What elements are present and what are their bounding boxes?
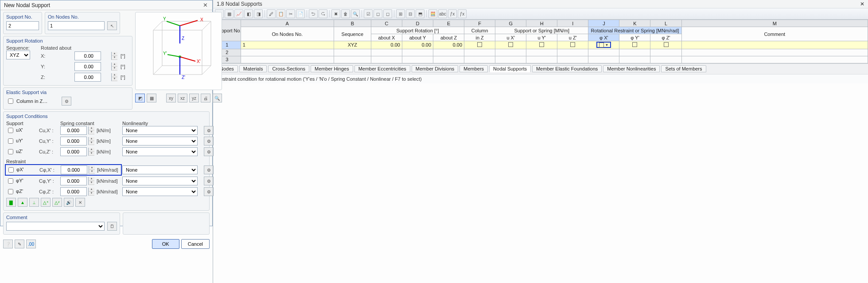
toolbar-button[interactable]: ⊞ [396,9,405,18]
nonlinearity-settings-button[interactable]: ⚙ [204,137,214,145]
preset-roller-y-button[interactable]: △ˣ [41,198,51,207]
preset-hinged-button[interactable]: ▇ [6,198,16,207]
comment-pick-button[interactable]: 🗒 [107,222,117,231]
toolbar-button[interactable]: ✂ [286,9,295,18]
column-letter[interactable]: M [681,20,868,27]
column-letter[interactable]: L [650,20,681,27]
phiX-cell-active[interactable]: ▼ [596,42,611,48]
view-xz-button[interactable]: xz [178,94,187,102]
toolbar-button[interactable]: ⊟ [406,9,415,18]
view-xy-button[interactable]: xy [166,94,176,102]
spring-input[interactable] [60,187,87,196]
comment-select[interactable] [6,222,105,231]
nonlinearity-select[interactable]: None [122,147,198,156]
cond-checkbox[interactable]: φX' [7,166,38,174]
sheet-table[interactable]: Support No.ABCDEFGHIJKLM On Nodes No. Se… [213,20,868,63]
spring-input[interactable] [60,137,87,145]
units-button[interactable]: .00 [26,240,36,248]
column-letter[interactable]: G [495,20,526,27]
close-icon[interactable]: ✕ [201,2,210,8]
preset-sound-button[interactable]: 🔊 [64,198,74,207]
column-letter[interactable]: I [557,20,588,27]
sheet-tab[interactable]: Member Eccentricities [354,65,410,72]
preset-roller-x-button[interactable]: ⟂ [29,198,39,207]
view-axo-button[interactable]: ◩ [135,94,145,102]
edit-button[interactable]: ✎ [15,240,24,248]
toolbar-button[interactable]: ✖ [331,9,340,18]
elastic-settings-button[interactable]: ⚙ [62,97,71,106]
cond-checkbox[interactable]: uX' [6,126,37,134]
column-letter[interactable]: A [241,20,334,27]
toolbar-button[interactable]: ▦ [225,9,234,18]
spring-input[interactable] [60,147,87,156]
nonlinearity-select[interactable]: None [122,126,198,135]
cancel-button[interactable]: Cancel [181,239,210,249]
sheet-close-icon[interactable]: ✕ [860,1,864,7]
view-ortho-button[interactable]: ▦ [147,94,156,102]
table-row[interactable]: 3 [214,56,868,63]
toolbar-button[interactable]: ☑ [364,9,373,18]
rotation-value-input[interactable] [74,51,101,60]
toolbar-button[interactable]: 🖉 [267,9,276,18]
nonlinearity-settings-button[interactable]: ⚙ [204,187,214,196]
nonlinearity-settings-button[interactable]: ⚙ [204,126,214,135]
view-print-button[interactable]: 🖨 [201,94,210,102]
3d-preview-viewport[interactable]: X Y Z X' Y' Z' [135,12,222,90]
toolbar-button[interactable]: 📋 [276,9,285,18]
sheet-tab[interactable]: Member Elastic Foundations [532,65,602,72]
column-letter[interactable]: E [433,20,464,27]
help-button[interactable]: ❔ [3,240,13,248]
sheet-tab[interactable]: Member Divisions [412,65,458,72]
toolbar-button[interactable]: 🧮 [428,9,437,18]
toolbar-button[interactable]: ◻ [374,9,382,18]
toolbar-button[interactable]: ⮌ [309,9,318,18]
spring-input[interactable] [60,177,87,185]
column-letter[interactable]: D [402,20,433,27]
toolbar-button[interactable]: ⮎ [319,9,327,18]
nonlinearity-select[interactable]: None [122,177,198,185]
cond-checkbox[interactable]: φZ' [6,188,37,196]
sequence-select[interactable]: XYZ [6,51,30,59]
preset-fixed-button[interactable]: ▲ [18,198,27,207]
toolbar-button[interactable]: ƒx [448,9,457,18]
pick-nodes-button[interactable]: ↖ [107,21,117,30]
toolbar-button[interactable]: 🗑 [341,9,350,18]
on-nodes-input[interactable] [48,21,105,30]
nonlinearity-select[interactable]: None [122,187,198,196]
column-letter[interactable]: F [464,20,495,27]
table-row[interactable]: 1 1 XYZ 0.00 0.00 0.00 ▼ [214,41,868,49]
cond-checkbox[interactable]: uY' [6,137,37,145]
rotation-value-input[interactable] [74,73,101,82]
sheet-tab[interactable]: Cross-Sections [268,65,309,72]
cond-checkbox[interactable]: uZ' [6,148,37,156]
sheet-tab[interactable]: Members [459,65,488,72]
toolbar-button[interactable]: ◻ [383,9,392,18]
nonlinearity-select[interactable]: None [122,165,198,174]
rotation-value-input[interactable] [74,62,101,71]
view-yz-button[interactable]: yz [189,94,199,102]
toolbar-button[interactable]: ⬒ [416,9,424,18]
sheet-tab[interactable]: Member Hinges [311,65,353,72]
toolbar-button[interactable]: ◨ [254,9,263,18]
sheet-tab[interactable]: Member Nonlinearities [603,65,660,72]
column-letter[interactable]: J [588,20,619,27]
sheet-tab[interactable]: Nodal Supports [489,65,531,72]
toolbar-button[interactable]: 📈 [234,9,243,18]
sheet-tab[interactable]: Materials [239,65,267,72]
spring-input[interactable] [61,165,87,174]
table-row[interactable]: 2 [214,49,868,56]
toolbar-button[interactable]: 🔍 [351,9,360,18]
preset-roller-z-button[interactable]: △ʸ [52,198,62,207]
toolbar-button[interactable]: abc [438,9,447,18]
column-letter[interactable]: C [371,20,402,27]
toolbar-button[interactable]: ƒx [458,9,467,18]
preset-free-button[interactable]: ✕ [75,198,85,207]
column-letter[interactable]: H [526,20,557,27]
ok-button[interactable]: OK [152,239,179,249]
nonlinearity-settings-button[interactable]: ⚙ [204,147,214,156]
nonlinearity-settings-button[interactable]: ⚙ [204,165,214,174]
support-no-input[interactable] [6,21,39,30]
spring-input[interactable] [60,126,87,135]
toolbar-button[interactable]: 📄 [296,9,305,18]
cond-checkbox[interactable]: φY' [6,177,37,185]
